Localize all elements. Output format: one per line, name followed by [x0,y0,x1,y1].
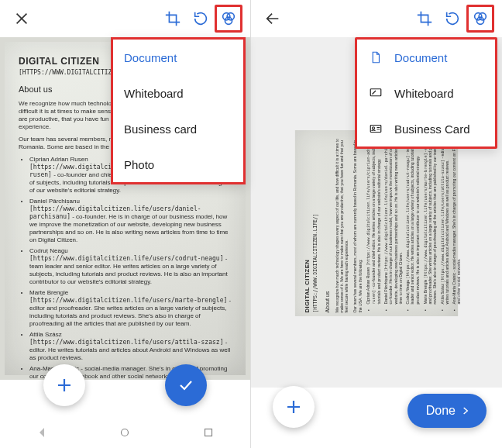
filter-button[interactable] [466,5,494,33]
svg-rect-4 [205,429,212,436]
android-nav [0,420,250,448]
menu-item-photo[interactable]: Photo [113,146,243,182]
done-label: Done [426,404,456,418]
crop-button[interactable] [411,5,438,33]
doc-member-item: Codruț Neagu [https://www.digitalcitizen… [29,247,232,286]
back-button[interactable] [259,5,287,33]
doc-heading: About us [325,134,332,313]
rotate-button[interactable] [187,5,215,33]
svg-point-1 [227,13,234,20]
menu-item-whiteboard[interactable]: Whiteboard [113,75,243,111]
doc-member-item: Daniel Pârchișanu [https://www.digitalci… [29,198,232,244]
filter-menu: Document Whiteboard Business card Photo [111,37,246,184]
nav-recent-icon[interactable] [201,426,215,443]
doc-intro1: We recognize how much technology shapes … [335,134,349,313]
menu-item-document[interactable]: Document [113,40,243,75]
doc-title: DIGITAL CITIZEN [304,134,311,313]
menu-item-label: Photo [124,158,154,171]
bottom-bar [0,380,250,448]
doc-intro2: Our team has several members, most of wh… [353,134,363,313]
nav-home-icon[interactable] [118,426,132,443]
add-page-button[interactable] [43,364,85,406]
nav-back-icon[interactable] [35,426,49,443]
svg-point-6 [479,13,486,20]
menu-item-label: Business card [124,122,197,136]
menu-item-whiteboard[interactable]: Whiteboard [357,75,495,111]
svg-point-7 [476,17,483,24]
menu-item-label: Whiteboard [124,87,184,100]
menu-item-document[interactable]: Document [357,40,495,75]
add-page-button[interactable] [273,386,315,428]
menu-item-label: Business Card [394,122,470,136]
doc-member-item: Daniel Pârchișanu [https://www.digitalci… [383,134,403,305]
doc-member-item: Marte Brengle [https://www.digitalcitize… [29,289,232,328]
menu-item-label: Whiteboard [394,87,454,100]
svg-point-3 [122,429,129,436]
doc-member-item: Attila Szász [https://www.digitalcitizen… [440,134,450,305]
menu-item-businesscard[interactable]: Business Card [357,111,495,146]
doc-member-item: Marte Brengle [https://www.digitalcitize… [423,134,438,305]
rotate-button[interactable] [438,5,466,33]
pane-left: Document Whiteboard Business card Photo … [0,0,251,448]
close-button[interactable] [8,5,36,33]
filter-button[interactable] [215,5,242,33]
doc-member-item: Codruț Neagu [https://www.digitalcitizen… [406,134,421,305]
doc-url: [HTTPS://WWW.DIGITALCITIZEN.LIFE/] [312,134,318,313]
toolbar [251,0,502,37]
bottom-bar: Done [251,388,502,448]
filter-menu: Document Whiteboard Business Card [355,37,497,149]
done-button[interactable]: Done [407,394,487,428]
chevron-right-icon [460,405,471,416]
svg-point-10 [373,127,375,129]
doc-member-item: Attila Szász [https://www.digitalcitizen… [29,331,232,362]
svg-point-2 [225,17,232,24]
confirm-button[interactable] [165,364,207,406]
svg-rect-8 [370,89,381,96]
doc-member-list: Ciprian Adrian Rusen [https://www.digita… [19,156,232,380]
menu-item-businesscard[interactable]: Business card [113,111,243,146]
document-page: DIGITAL CITIZEN [HTTPS://WWW.DIGITALCITI… [295,130,459,316]
doc-member-item: Ciprian Adrian Rusen [https://www.digita… [366,134,381,305]
crop-button[interactable] [159,5,187,33]
doc-member-list: Ciprian Adrian Rusen [https://www.digita… [366,134,462,313]
menu-item-label: Document [124,51,177,64]
document-icon [368,50,383,65]
pane-right: Document Whiteboard Business Card DIGITA… [251,0,502,448]
doc-member-item: Ana-Maria Crainic - social-media manager… [452,134,462,305]
toolbar [0,0,250,37]
menu-item-label: Document [394,51,447,64]
businesscard-icon [368,121,383,136]
whiteboard-icon [368,85,383,101]
